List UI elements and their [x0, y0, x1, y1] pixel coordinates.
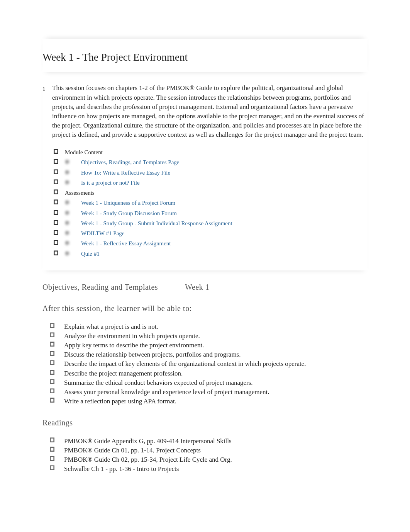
objective-text: Describe the project management professi… — [64, 369, 183, 378]
module-content-header-row: 🞐 Module Content — [53, 147, 368, 157]
bullet-icon: 🞐 — [49, 331, 53, 341]
quiz-icon — [65, 251, 70, 257]
module-list: 🞐 Module Content 🞐 Objectives, Readings,… — [53, 147, 368, 259]
objective-item: 🞐Describe the impact of key elements of … — [49, 359, 368, 369]
list-item: 🞐 Is it a project or not? File — [53, 178, 368, 188]
objective-item: 🞐Write a reflection paper using APA form… — [49, 397, 368, 406]
objective-text: Describe the impact of key elements of t… — [64, 359, 306, 369]
bullet-icon: 🞐 — [49, 388, 53, 397]
objective-item: 🞐Summarize the ethical conduct behaviors… — [49, 378, 368, 388]
bullet-icon: 🞐 — [53, 148, 57, 156]
module-link-wdiltw[interactable]: WDILTW #1 Page — [81, 229, 124, 237]
module-content-header: Module Content — [65, 148, 103, 156]
bullet-icon: 🞐 — [49, 397, 53, 406]
page-icon — [65, 231, 70, 236]
list-item: 🞐 Quiz #1 — [53, 249, 368, 259]
reading-text: PMBOK® Guide Ch 01, pp. 1-14, Project Co… — [64, 446, 201, 455]
assessments-header: Assessments — [65, 189, 95, 197]
reading-item: 🞐Schwalbe Ch 1 - pp. 1-36 - Intro to Pro… — [49, 464, 368, 474]
list-item: 🞐 Week 1 - Reflective Essay Assignment — [53, 238, 368, 248]
section-number: 1 — [42, 83, 45, 93]
bullet-icon: 🞐 — [49, 350, 53, 359]
objectives-subtitle: After this session, the learner will be … — [42, 303, 368, 314]
list-item: 🞐 Week 1 - Uniqueness of a Project Forum — [53, 198, 368, 208]
assignment-icon — [65, 221, 70, 226]
objectives-heading: Objectives, Reading and Templates — [42, 282, 158, 292]
reading-item: 🞐PMBOK® Guide Appendix G, pp. 409-414 In… — [49, 437, 368, 446]
bullet-icon: 🞐 — [53, 169, 57, 176]
bullet-icon: 🞐 — [53, 240, 57, 247]
list-item: 🞐 WDILTW #1 Page — [53, 228, 368, 238]
readings-list: 🞐PMBOK® Guide Appendix G, pp. 409-414 In… — [49, 437, 368, 474]
bullet-icon: 🞐 — [49, 446, 53, 455]
list-item: 🞐 Objectives, Readings, and Templates Pa… — [53, 157, 368, 167]
intro-paragraph: This session focuses on chapters 1-2 of … — [52, 83, 368, 139]
objective-item: 🞐Explain what a project is and is not. — [49, 322, 368, 331]
module-link-uniqueness[interactable]: Week 1 - Uniqueness of a Project Forum — [81, 199, 175, 207]
module-link-isproject[interactable]: Is it a project or not? File — [81, 179, 140, 187]
module-link-essay[interactable]: Week 1 - Reflective Essay Assignment — [81, 240, 171, 247]
bullet-icon: 🞐 — [53, 189, 57, 196]
bullet-icon: 🞐 — [53, 179, 57, 186]
page-title: Week 1 - The Project Environment — [42, 50, 368, 64]
module-link-studygroup[interactable]: Week 1 - Study Group Discussion Forum — [81, 209, 177, 217]
week-label: Week 1 — [185, 282, 209, 292]
bullet-icon: 🞐 — [49, 437, 53, 446]
bullet-icon: 🞐 — [53, 229, 57, 237]
objective-item: 🞐Describe the project management profess… — [49, 369, 368, 378]
objectives-heading-row: Objectives, Reading and Templates Week 1 — [42, 282, 368, 292]
module-link-objectives[interactable]: Objectives, Readings, and Templates Page — [81, 158, 179, 166]
assessments-header-row: 🞐 Assessments — [53, 188, 368, 198]
week-section: 1 This session focuses on chapters 1-2 o… — [42, 83, 368, 270]
bullet-icon: 🞐 — [53, 158, 57, 166]
intro-row: 1 This session focuses on chapters 1-2 o… — [42, 83, 368, 139]
bullet-icon: 🞐 — [49, 359, 53, 369]
objective-text: Analyze the environment in which project… — [64, 331, 200, 341]
file-icon — [65, 170, 70, 175]
bullet-icon: 🞐 — [49, 378, 53, 388]
reading-text: PMBOK® Guide Appendix G, pp. 409-414 Int… — [64, 437, 232, 446]
reading-item: 🞐PMBOK® Guide Ch 01, pp. 1-14, Project C… — [49, 446, 368, 455]
bullet-icon: 🞐 — [49, 464, 53, 474]
forum-icon — [65, 211, 70, 216]
reading-text: Schwalbe Ch 1 - pp. 1-36 - Intro to Proj… — [64, 464, 179, 474]
objective-item: 🞐Assess your personal knowledge and expe… — [49, 388, 368, 397]
objectives-list: 🞐Explain what a project is and is not. 🞐… — [49, 322, 368, 406]
bullet-icon: 🞐 — [49, 322, 53, 331]
list-item: 🞐 Week 1 - Study Group - Submit Individu… — [53, 218, 368, 228]
readings-heading: Readings — [42, 418, 368, 428]
objective-text: Explain what a project is and is not. — [64, 322, 158, 331]
reading-item: 🞐PMBOK® Guide Ch 02, pp. 15-34, Project … — [49, 455, 368, 464]
module-link-submit[interactable]: Week 1 - Study Group - Submit Individual… — [81, 219, 232, 227]
bullet-icon: 🞐 — [53, 250, 57, 257]
bullet-icon: 🞐 — [53, 209, 57, 217]
module-link-quiz[interactable]: Quiz #1 — [81, 250, 100, 258]
title-block: Week 1 - The Project Environment — [42, 39, 368, 72]
objective-item: 🞐Apply key terms to describe the project… — [49, 341, 368, 350]
list-item: 🞐 Week 1 - Study Group Discussion Forum — [53, 208, 368, 218]
bullet-icon: 🞐 — [49, 369, 53, 378]
reading-text: PMBOK® Guide Ch 02, pp. 15-34, Project L… — [64, 455, 232, 464]
assignment-icon — [65, 241, 70, 246]
bullet-icon: 🞐 — [49, 455, 53, 464]
bullet-icon: 🞐 — [49, 341, 53, 350]
bullet-icon: 🞐 — [53, 199, 57, 206]
file-icon — [65, 180, 70, 185]
objective-text: Assess your personal knowledge and exper… — [64, 388, 269, 397]
forum-icon — [65, 200, 70, 206]
module-link-howto[interactable]: How To: Write a Reflective Essay File — [81, 169, 170, 177]
objective-text: Discuss the relationship between project… — [64, 350, 241, 359]
objective-item: 🞐Analyze the environment in which projec… — [49, 331, 368, 341]
objective-item: 🞐Discuss the relationship between projec… — [49, 350, 368, 359]
objective-text: Write a reflection paper using APA forma… — [64, 397, 176, 406]
objective-text: Summarize the ethical conduct behaviors … — [64, 378, 253, 388]
file-icon — [65, 160, 70, 165]
list-item: 🞐 How To: Write a Reflective Essay File — [53, 168, 368, 178]
bullet-icon: 🞐 — [53, 219, 57, 227]
objective-text: Apply key terms to describe the project … — [64, 341, 204, 350]
